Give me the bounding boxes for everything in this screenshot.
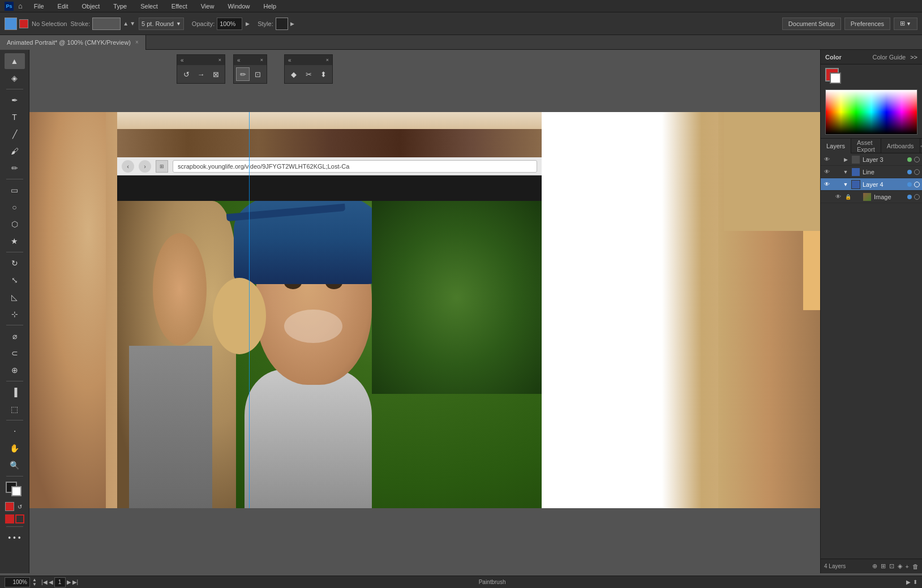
color-fg-swatch[interactable]	[825, 68, 843, 86]
workspace-btn[interactable]: ⊞▼	[894, 18, 917, 30]
warp-tool[interactable]: ⌀	[5, 328, 25, 344]
layer-item-layer4[interactable]: 👁 ▼ Layer 4	[821, 178, 922, 191]
stroke-up[interactable]: ▲	[123, 20, 128, 27]
template-icon[interactable]: ◈	[898, 563, 902, 570]
url-bar[interactable]: scrapbook.younglife.org/video/9JFYGT2WLH…	[173, 160, 537, 173]
polygon-tool[interactable]: ⬡	[5, 216, 25, 232]
view-btn[interactable]: ⊞	[156, 160, 168, 173]
menu-help[interactable]: Help	[261, 2, 279, 11]
new-layer-icon[interactable]: +	[906, 563, 909, 570]
tab-layers[interactable]: Layers	[821, 139, 851, 153]
prev-page-btn[interactable]: ◀	[49, 579, 53, 585]
move-selection-icon[interactable]: ⊡	[889, 563, 894, 570]
blend-tool[interactable]: ⊂	[5, 345, 25, 361]
layer-item-image[interactable]: 👁 🔒 Image	[821, 191, 922, 203]
last-page-btn[interactable]: ▶|	[72, 579, 79, 585]
pencil-tool[interactable]: ✏	[5, 160, 25, 176]
more-tools[interactable]: • • •	[5, 530, 25, 546]
layer3-visibility[interactable]: 👁	[823, 156, 831, 162]
image-visibility[interactable]: 👁	[834, 194, 842, 200]
home-icon[interactable]: ⌂	[18, 2, 23, 10]
layer4-circle[interactable]	[914, 182, 920, 187]
shear-tool[interactable]: ◺	[5, 289, 25, 305]
line-tool[interactable]: ╱	[5, 126, 25, 142]
outer-canvas: ‹ › ⊞ scrapbook.younglife.org/video/9JFY…	[29, 50, 820, 573]
forward-btn[interactable]: ›	[139, 160, 151, 173]
default-colors[interactable]: ↺	[15, 502, 24, 511]
tab-asset-export[interactable]: Asset Export	[851, 139, 881, 153]
swap-colors[interactable]	[5, 502, 14, 511]
opacity-arrow[interactable]: ▶	[246, 21, 250, 27]
slice-tool[interactable]: ⬝	[5, 423, 25, 439]
layer-item-layer3[interactable]: 👁 ▶ Layer 3	[821, 153, 922, 166]
layer3-expand[interactable]: ▶	[842, 157, 849, 162]
zoom-down[interactable]: ▼	[32, 582, 37, 587]
ellipse-tool[interactable]: ○	[5, 199, 25, 215]
layer3-circle[interactable]	[914, 157, 920, 162]
star-tool[interactable]: ★	[5, 233, 25, 249]
pen-tool[interactable]: ✒	[5, 92, 25, 108]
select-tool[interactable]: ▲	[5, 53, 25, 69]
back-btn[interactable]: ‹	[122, 160, 134, 173]
direct-select-tool[interactable]: ◈	[5, 70, 25, 86]
tab-artboards[interactable]: Artboards	[881, 139, 920, 153]
line-visibility[interactable]: 👁	[823, 169, 831, 175]
menu-view[interactable]: View	[199, 2, 217, 11]
reshape-tool[interactable]: ⊹	[5, 306, 25, 322]
zoom-tool[interactable]: 🔍	[5, 457, 25, 473]
document-setup-button[interactable]: Document Setup	[782, 18, 841, 30]
style-swatch[interactable]	[276, 18, 288, 30]
line-expand[interactable]: ▼	[842, 169, 849, 175]
rect-tool[interactable]: ▭	[5, 182, 25, 198]
column-graph-tool[interactable]: ▐	[5, 384, 25, 400]
scale-tool[interactable]: ⤡	[5, 272, 25, 288]
color-guide-tab[interactable]: Color Guide	[872, 54, 906, 61]
menu-object[interactable]: Object	[80, 2, 102, 11]
menu-edit[interactable]: Edit	[55, 2, 71, 11]
stroke-icon[interactable]	[15, 514, 24, 523]
layers-panel-arrow[interactable]: ◁	[920, 143, 922, 149]
color-spectrum[interactable]	[825, 89, 917, 135]
brush-tool[interactable]: 🖌	[5, 143, 25, 159]
zoom-input[interactable]	[5, 577, 30, 587]
fill-icon[interactable]	[5, 514, 14, 523]
first-page-btn[interactable]: |◀	[41, 579, 48, 585]
menu-effect[interactable]: Effect	[169, 2, 190, 11]
rotate-tool[interactable]: ↻	[5, 255, 25, 271]
type-tool[interactable]: T	[5, 109, 25, 125]
panel-expand[interactable]: >>	[910, 54, 917, 61]
page-number-input[interactable]	[54, 577, 66, 587]
preferences-button[interactable]: Preferences	[844, 18, 890, 30]
stroke-color-swatch[interactable]	[19, 19, 28, 28]
menu-file[interactable]: File	[32, 2, 46, 11]
fill-color-swatch[interactable]	[5, 18, 17, 30]
collect-icon[interactable]: ⊞	[881, 563, 886, 570]
canvas-area[interactable]: « × ↺ → ⊠ « × ✏ ⊡	[29, 50, 820, 573]
layer4-visibility[interactable]: 👁	[823, 181, 831, 187]
image-circle[interactable]	[914, 194, 920, 200]
background-color[interactable]	[11, 486, 22, 496]
next-page-btn[interactable]: ▶	[67, 579, 71, 585]
status-expand[interactable]: ⬍	[913, 579, 917, 585]
layer4-color	[907, 182, 912, 187]
menu-window[interactable]: Window	[225, 2, 252, 11]
line-circle[interactable]	[914, 169, 920, 175]
artboard-tool[interactable]: ⬚	[5, 401, 25, 417]
image-lock: 🔒	[844, 194, 851, 200]
layer4-thumbnail	[851, 180, 860, 189]
make-sublayer-icon[interactable]: ⊕	[872, 563, 877, 570]
menu-type[interactable]: Type	[111, 2, 129, 11]
layer-item-line[interactable]: 👁 ▼ Line	[821, 166, 922, 178]
hand-tool[interactable]: ✋	[5, 440, 25, 456]
opacity-input[interactable]	[217, 18, 242, 30]
layer4-expand[interactable]: ▼	[842, 182, 849, 187]
tab-close-button[interactable]: ×	[135, 39, 139, 45]
symbol-tool[interactable]: ⊕	[5, 362, 25, 378]
stroke-down[interactable]: ▼	[130, 20, 135, 27]
style-arrow[interactable]: ▶	[290, 21, 294, 27]
stroke-style-select[interactable]: 5 pt. Round ▼	[139, 18, 184, 30]
status-play[interactable]: ▶	[906, 579, 911, 585]
delete-layer-icon[interactable]: 🗑	[912, 563, 919, 570]
document-tab[interactable]: Animated Portrait* @ 100% (CMYK/Preview)…	[0, 35, 146, 50]
menu-select[interactable]: Select	[138, 2, 160, 11]
